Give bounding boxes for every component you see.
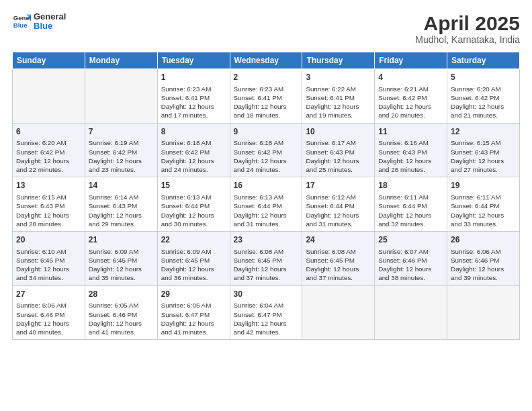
day-cell-8: 8Sunrise: 6:18 AM Sunset: 6:42 PM Daylig… — [157, 123, 230, 177]
title-block: April 2025 Mudhol, Karnataka, India — [415, 12, 520, 45]
logo-text: General Blue — [34, 12, 66, 32]
day-info: Sunrise: 6:23 AM Sunset: 6:41 PM Dayligh… — [234, 85, 299, 120]
day-info: Sunrise: 6:19 AM Sunset: 6:42 PM Dayligh… — [89, 138, 154, 174]
col-header-tuesday: Tuesday — [157, 52, 230, 69]
day-info: Sunrise: 6:11 AM Sunset: 6:44 PM Dayligh… — [378, 193, 443, 228]
day-info: Sunrise: 6:13 AM Sunset: 6:44 PM Dayligh… — [161, 193, 226, 228]
day-number: 15 — [161, 180, 226, 191]
col-header-sunday: Sunday — [13, 52, 85, 69]
day-info: Sunrise: 6:15 AM Sunset: 6:43 PM Dayligh… — [451, 138, 516, 174]
day-info: Sunrise: 6:17 AM Sunset: 6:43 PM Dayligh… — [306, 138, 371, 174]
day-cell-6: 6Sunrise: 6:20 AM Sunset: 6:42 PM Daylig… — [13, 123, 85, 177]
day-cell-26: 26Sunrise: 6:06 AM Sunset: 6:46 PM Dayli… — [447, 232, 520, 286]
day-number: 3 — [306, 72, 371, 83]
day-info: Sunrise: 6:16 AM Sunset: 6:43 PM Dayligh… — [378, 138, 443, 174]
day-info: Sunrise: 6:13 AM Sunset: 6:44 PM Dayligh… — [234, 193, 299, 228]
col-header-saturday: Saturday — [447, 52, 520, 69]
day-cell-2: 2Sunrise: 6:23 AM Sunset: 6:41 PM Daylig… — [230, 69, 302, 124]
logo-icon: General Blue — [12, 12, 31, 31]
day-cell-4: 4Sunrise: 6:21 AM Sunset: 6:42 PM Daylig… — [375, 69, 447, 124]
day-info: Sunrise: 6:20 AM Sunset: 6:42 PM Dayligh… — [451, 85, 516, 120]
day-number: 29 — [161, 289, 226, 300]
day-cell-25: 25Sunrise: 6:07 AM Sunset: 6:46 PM Dayli… — [375, 232, 447, 286]
day-number: 14 — [89, 180, 154, 191]
week-row-1: 1Sunrise: 6:23 AM Sunset: 6:41 PM Daylig… — [13, 69, 520, 124]
day-info: Sunrise: 6:21 AM Sunset: 6:42 PM Dayligh… — [378, 85, 443, 120]
day-cell-27: 27Sunrise: 6:06 AM Sunset: 6:46 PM Dayli… — [13, 285, 85, 340]
day-cell-7: 7Sunrise: 6:19 AM Sunset: 6:42 PM Daylig… — [85, 123, 157, 177]
day-info: Sunrise: 6:09 AM Sunset: 6:45 PM Dayligh… — [89, 247, 154, 283]
day-number: 17 — [306, 180, 371, 191]
day-info: Sunrise: 6:14 AM Sunset: 6:43 PM Dayligh… — [89, 193, 154, 228]
day-info: Sunrise: 6:22 AM Sunset: 6:41 PM Dayligh… — [306, 85, 371, 120]
empty-cell — [85, 69, 157, 124]
empty-cell — [375, 285, 447, 340]
day-cell-11: 11Sunrise: 6:16 AM Sunset: 6:43 PM Dayli… — [375, 123, 447, 177]
day-cell-28: 28Sunrise: 6:05 AM Sunset: 6:46 PM Dayli… — [85, 285, 157, 340]
day-info: Sunrise: 6:08 AM Sunset: 6:45 PM Dayligh… — [234, 247, 299, 283]
svg-text:Blue: Blue — [13, 21, 28, 29]
day-info: Sunrise: 6:10 AM Sunset: 6:45 PM Dayligh… — [16, 247, 81, 283]
day-number: 28 — [89, 289, 154, 300]
col-header-wednesday: Wednesday — [230, 52, 302, 69]
day-info: Sunrise: 6:04 AM Sunset: 6:47 PM Dayligh… — [234, 301, 299, 336]
day-cell-30: 30Sunrise: 6:04 AM Sunset: 6:47 PM Dayli… — [230, 285, 302, 340]
day-cell-20: 20Sunrise: 6:10 AM Sunset: 6:45 PM Dayli… — [13, 232, 85, 286]
day-number: 25 — [378, 234, 443, 246]
day-number: 10 — [306, 126, 371, 138]
day-number: 20 — [16, 234, 81, 246]
page: General Blue General Blue April 2025 Mud… — [0, 0, 532, 411]
day-cell-5: 5Sunrise: 6:20 AM Sunset: 6:42 PM Daylig… — [447, 69, 520, 124]
col-header-monday: Monday — [85, 52, 157, 69]
empty-cell — [447, 285, 520, 340]
day-cell-12: 12Sunrise: 6:15 AM Sunset: 6:43 PM Dayli… — [447, 123, 520, 177]
day-cell-29: 29Sunrise: 6:05 AM Sunset: 6:47 PM Dayli… — [157, 285, 230, 340]
day-info: Sunrise: 6:09 AM Sunset: 6:45 PM Dayligh… — [161, 247, 226, 283]
day-info: Sunrise: 6:06 AM Sunset: 6:46 PM Dayligh… — [451, 247, 516, 283]
day-info: Sunrise: 6:18 AM Sunset: 6:42 PM Dayligh… — [161, 138, 226, 174]
empty-cell — [13, 69, 85, 124]
header: General Blue General Blue April 2025 Mud… — [12, 12, 520, 45]
day-number: 6 — [16, 126, 81, 138]
day-cell-18: 18Sunrise: 6:11 AM Sunset: 6:44 PM Dayli… — [375, 177, 447, 232]
week-row-3: 13Sunrise: 6:15 AM Sunset: 6:43 PM Dayli… — [13, 177, 520, 232]
day-info: Sunrise: 6:23 AM Sunset: 6:41 PM Dayligh… — [161, 85, 226, 120]
empty-cell — [302, 285, 375, 340]
week-row-2: 6Sunrise: 6:20 AM Sunset: 6:42 PM Daylig… — [13, 123, 520, 177]
day-cell-9: 9Sunrise: 6:18 AM Sunset: 6:42 PM Daylig… — [230, 123, 302, 177]
day-number: 24 — [306, 234, 371, 246]
day-number: 8 — [161, 126, 226, 138]
day-number: 23 — [234, 234, 299, 246]
day-number: 22 — [161, 234, 226, 246]
day-info: Sunrise: 6:08 AM Sunset: 6:45 PM Dayligh… — [306, 247, 371, 283]
day-number: 30 — [234, 289, 299, 300]
day-number: 7 — [89, 126, 154, 138]
day-number: 18 — [378, 180, 443, 191]
day-info: Sunrise: 6:20 AM Sunset: 6:42 PM Dayligh… — [16, 138, 81, 174]
day-number: 19 — [451, 180, 516, 191]
day-number: 5 — [451, 72, 516, 83]
subtitle: Mudhol, Karnataka, India — [415, 34, 520, 45]
logo: General Blue General Blue — [12, 12, 66, 32]
day-info: Sunrise: 6:05 AM Sunset: 6:46 PM Dayligh… — [89, 301, 154, 336]
day-info: Sunrise: 6:18 AM Sunset: 6:42 PM Dayligh… — [234, 138, 299, 174]
main-title: April 2025 — [415, 12, 520, 34]
week-row-5: 27Sunrise: 6:06 AM Sunset: 6:46 PM Dayli… — [13, 285, 520, 340]
calendar-header-row: SundayMondayTuesdayWednesdayThursdayFrid… — [13, 52, 520, 69]
day-cell-13: 13Sunrise: 6:15 AM Sunset: 6:43 PM Dayli… — [13, 177, 85, 232]
day-info: Sunrise: 6:07 AM Sunset: 6:46 PM Dayligh… — [378, 247, 443, 283]
calendar: SundayMondayTuesdayWednesdayThursdayFrid… — [12, 52, 520, 340]
day-number: 21 — [89, 234, 154, 246]
day-info: Sunrise: 6:06 AM Sunset: 6:46 PM Dayligh… — [16, 301, 81, 336]
day-info: Sunrise: 6:15 AM Sunset: 6:43 PM Dayligh… — [16, 193, 81, 228]
day-cell-19: 19Sunrise: 6:11 AM Sunset: 6:44 PM Dayli… — [447, 177, 520, 232]
day-cell-15: 15Sunrise: 6:13 AM Sunset: 6:44 PM Dayli… — [157, 177, 230, 232]
day-cell-3: 3Sunrise: 6:22 AM Sunset: 6:41 PM Daylig… — [302, 69, 375, 124]
day-number: 16 — [234, 180, 299, 191]
day-cell-1: 1Sunrise: 6:23 AM Sunset: 6:41 PM Daylig… — [157, 69, 230, 124]
day-number: 26 — [451, 234, 516, 246]
day-info: Sunrise: 6:05 AM Sunset: 6:47 PM Dayligh… — [161, 301, 226, 336]
day-cell-21: 21Sunrise: 6:09 AM Sunset: 6:45 PM Dayli… — [85, 232, 157, 286]
day-number: 12 — [451, 126, 516, 138]
col-header-thursday: Thursday — [302, 52, 375, 69]
